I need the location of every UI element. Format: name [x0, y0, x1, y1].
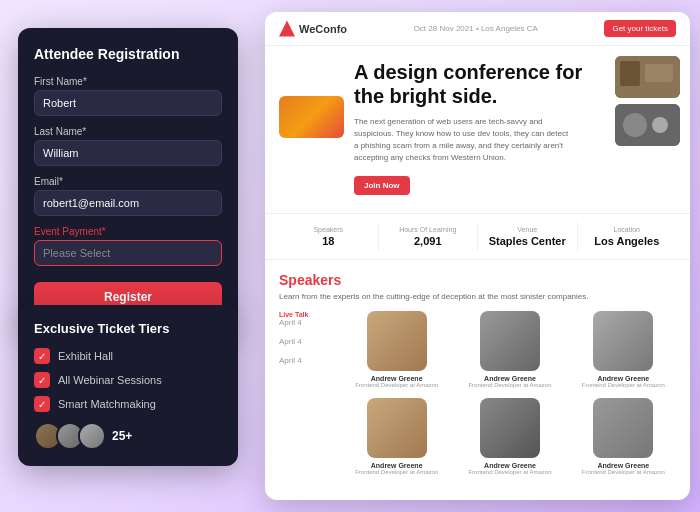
conference-logo: WeConfo — [279, 21, 347, 37]
payment-label: Event Payment* — [34, 226, 222, 237]
date-item-3: April 4 — [279, 356, 334, 365]
stat-venue: Venue Staples Center — [478, 222, 578, 251]
email-label: Email* — [34, 176, 222, 187]
payment-group: Event Payment* — [34, 226, 222, 266]
date-item-1: Live Talk April 4 — [279, 311, 334, 327]
hero-images — [615, 56, 680, 146]
logo-icon — [279, 21, 295, 37]
speakers-section: Speakers Learn from the experts on the c… — [265, 260, 690, 489]
ticket-item-matchmaking: Smart Matchmaking — [34, 396, 222, 412]
avatar-stack — [34, 422, 106, 450]
svg-point-5 — [652, 117, 668, 133]
avatar-3 — [78, 422, 106, 450]
conference-title: A design conference for the bright side. — [354, 60, 584, 108]
speaker-title-3: Frontend Developer at Amazon — [571, 382, 676, 390]
speaker-card-5: Andrew Greene Frontend Developer at Amaz… — [457, 398, 562, 477]
first-name-input[interactable] — [34, 90, 222, 116]
stat-speakers-label: Speakers — [279, 226, 378, 233]
stat-location-value: Los Angeles — [578, 235, 677, 247]
speaker-card-3: Andrew Greene Frontend Developer at Amaz… — [571, 311, 676, 390]
attendee-row: 25+ — [34, 422, 222, 450]
date-highlight-1: Live Talk — [279, 311, 334, 318]
speaker-card-4: Andrew Greene Frontend Developer at Amaz… — [344, 398, 449, 477]
speaker-name-3: Andrew Greene — [571, 375, 676, 382]
stat-hours-label: Hours Of Learning — [379, 226, 478, 233]
ticket-tiers-card: Exclusive Ticket Tiers Exhibit Hall All … — [18, 305, 238, 466]
last-name-input[interactable] — [34, 140, 222, 166]
speaker-name-4: Andrew Greene — [344, 462, 449, 469]
attendee-count: 25+ — [112, 429, 132, 443]
hero-image-bottom — [615, 104, 680, 146]
speaker-photo-6 — [593, 398, 653, 458]
join-now-button[interactable]: Join Now — [354, 176, 410, 195]
speaker-title-2: Frontend Developer at Amazon — [457, 382, 562, 390]
conference-hero: A design conference for the bright side.… — [265, 46, 690, 205]
first-name-group: First Name* — [34, 76, 222, 116]
speaker-photo-1 — [367, 311, 427, 371]
speakers-dates: Live Talk April 4 April 4 April 4 — [279, 311, 334, 477]
stat-location: Location Los Angeles — [578, 222, 677, 251]
get-tickets-button[interactable]: Get your tickets — [604, 20, 676, 37]
ticket-label-webinar: All Webinar Sessions — [58, 374, 162, 386]
date-2: April 4 — [279, 337, 334, 346]
ticket-label-exhibit: Exhibit Hall — [58, 350, 113, 362]
speaker-name-6: Andrew Greene — [571, 462, 676, 469]
stat-venue-value: Staples Center — [478, 235, 577, 247]
logo-text: WeConfo — [299, 23, 347, 35]
registration-card: Attendee Registration First Name* Last N… — [18, 28, 238, 330]
speaker-card-6: Andrew Greene Frontend Developer at Amaz… — [571, 398, 676, 477]
speaker-photo-5 — [480, 398, 540, 458]
last-name-group: Last Name* — [34, 126, 222, 166]
ticket-item-webinar: All Webinar Sessions — [34, 372, 222, 388]
stat-hours-value: 2,091 — [379, 235, 478, 247]
speaker-title-5: Frontend Developer at Amazon — [457, 469, 562, 477]
speaker-photo-2 — [480, 311, 540, 371]
stat-venue-label: Venue — [478, 226, 577, 233]
hero-content: A design conference for the bright side.… — [354, 60, 594, 195]
speaker-name-5: Andrew Greene — [457, 462, 562, 469]
speaker-name-1: Andrew Greene — [344, 375, 449, 382]
speakers-layout: Live Talk April 4 April 4 April 4 Andrew… — [279, 311, 676, 477]
check-icon-webinar — [34, 372, 50, 388]
speaker-card-1: Andrew Greene Frontend Developer at Amaz… — [344, 311, 449, 390]
speaker-card-2: Andrew Greene Frontend Developer at Amaz… — [457, 311, 562, 390]
stat-speakers-value: 18 — [279, 235, 378, 247]
svg-rect-1 — [620, 61, 640, 86]
registration-title: Attendee Registration — [34, 46, 222, 62]
speakers-grid: Andrew Greene Frontend Developer at Amaz… — [344, 311, 676, 477]
speaker-title-6: Frontend Developer at Amazon — [571, 469, 676, 477]
svg-rect-2 — [645, 64, 673, 82]
ticket-label-matchmaking: Smart Matchmaking — [58, 398, 156, 410]
email-input[interactable] — [34, 190, 222, 216]
last-name-label: Last Name* — [34, 126, 222, 137]
hero-image-left — [279, 96, 344, 138]
svg-point-4 — [623, 113, 647, 137]
first-name-label: First Name* — [34, 76, 222, 87]
speaker-title-1: Frontend Developer at Amazon — [344, 382, 449, 390]
stat-hours: Hours Of Learning 2,091 — [379, 222, 479, 251]
nav-info: Oct 28 Nov 2021 • Los Angeles CA — [414, 24, 538, 33]
date-1: April 4 — [279, 318, 334, 327]
stat-location-label: Location — [578, 226, 677, 233]
date-3: April 4 — [279, 356, 334, 365]
stat-speakers: Speakers 18 — [279, 222, 379, 251]
speaker-title-4: Frontend Developer at Amazon — [344, 469, 449, 477]
speakers-title: Speakers — [279, 272, 676, 288]
conference-page: WeConfo Oct 28 Nov 2021 • Los Angeles CA… — [265, 12, 690, 500]
conference-stats: Speakers 18 Hours Of Learning 2,091 Venu… — [265, 213, 690, 260]
speaker-name-2: Andrew Greene — [457, 375, 562, 382]
check-icon-exhibit — [34, 348, 50, 364]
speaker-photo-4 — [367, 398, 427, 458]
speaker-photo-3 — [593, 311, 653, 371]
conference-nav: WeConfo Oct 28 Nov 2021 • Los Angeles CA… — [265, 12, 690, 46]
ticket-tiers-title: Exclusive Ticket Tiers — [34, 321, 222, 336]
date-item-2: April 4 — [279, 337, 334, 346]
email-group: Email* — [34, 176, 222, 216]
ticket-item-exhibit: Exhibit Hall — [34, 348, 222, 364]
check-icon-matchmaking — [34, 396, 50, 412]
speakers-description: Learn from the experts on the cutting-ed… — [279, 292, 676, 301]
payment-input[interactable] — [34, 240, 222, 266]
hero-image-top — [615, 56, 680, 98]
conference-description: The next generation of web users are tec… — [354, 116, 574, 164]
